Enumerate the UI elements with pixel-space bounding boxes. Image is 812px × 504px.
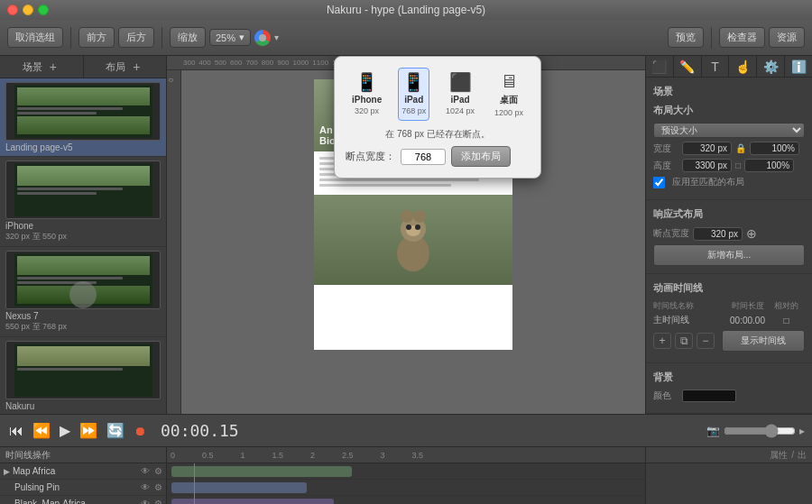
chevron-down-icon2: ▾ <box>274 32 279 42</box>
bp-device-ipad-768[interactable]: 📱 iPad 768 px <box>398 68 429 121</box>
tl-scroll-right-btn[interactable]: ▸ <box>799 425 805 437</box>
track-expand-map-africa[interactable]: ▶ <box>4 467 10 476</box>
rs-bg-section: 背景 颜色 <box>646 363 812 414</box>
rs-width-label: 宽度 <box>653 142 678 155</box>
track-ruler: 0 0.5 1 1.5 2 2.5 3 3.5 <box>167 447 645 463</box>
play-button[interactable]: ▶ <box>58 422 72 439</box>
scenes-tab[interactable]: 场景 + <box>0 56 84 78</box>
scene-thumbnail-iphone <box>5 160 161 219</box>
rs-icon-info[interactable]: ℹ️ <box>785 56 812 77</box>
rs-animation-section: 动画时间线 时间线名称 时间长度 相对的 主时间线 00:00.00 □ + ⧉… <box>646 274 812 363</box>
loop-button[interactable]: 🔄 <box>105 422 126 439</box>
rs-width-input[interactable] <box>682 142 732 155</box>
add-layout-button[interactable]: + <box>129 60 143 74</box>
track-header-label: 时间线操作 <box>0 447 166 463</box>
bp-width-input[interactable] <box>401 149 446 165</box>
step-forward-button[interactable]: ⏩ <box>78 422 99 439</box>
window-title: Nakuru - hype (Landing page-v5) <box>327 4 485 16</box>
right-sidebar: ⬛ ✏️ T ☝️ ⚙️ ℹ️ 场景 布局大小 预设大小 宽度 🔒 高度 <box>645 56 812 414</box>
rs-icon-text[interactable]: T <box>702 56 730 77</box>
minimize-button[interactable] <box>23 5 33 15</box>
rs-bp-input[interactable] <box>693 227 743 241</box>
svg-point-3 <box>413 210 426 223</box>
text-line <box>319 184 451 187</box>
rs-icon-hand[interactable]: ☝️ <box>729 56 757 77</box>
track-eye-pulsing-pin[interactable]: 👁 <box>141 482 150 492</box>
track-bar-map-africa <box>167 463 645 480</box>
track-bar-map-africa-fill <box>171 466 352 477</box>
rs-fit-checkbox[interactable] <box>653 177 665 188</box>
rs-show-tl-btn[interactable]: 显示时间线 <box>722 330 805 352</box>
rs-color-box[interactable] <box>682 389 736 402</box>
scene-item-nexus[interactable]: Nexus 7 550 px 至 768 px <box>0 247 166 337</box>
rs-color-label: 颜色 <box>653 389 678 402</box>
track-item-pulsing-pin[interactable]: Pulsing Pin 👁 ⚙ <box>0 480 166 496</box>
rs-icon-gear[interactable]: ⚙️ <box>757 56 785 77</box>
layouts-tab[interactable]: 布局 + <box>84 56 167 78</box>
scene-item-iphone[interactable]: iPhone 320 px 至 550 px <box>0 157 166 247</box>
zoom-control[interactable]: 25% ▾ <box>209 29 251 46</box>
skip-start-button[interactable]: ⏮ <box>7 423 25 439</box>
rs-tl-dup-btn[interactable]: ⧉ <box>675 333 693 349</box>
timeline-tracks: 时间线操作 ▶ Map Africa 👁 ⚙ Pulsing Pin 👁 ⚙ B… <box>0 447 812 504</box>
scene-item-landing[interactable]: Landing page-v5 <box>0 78 166 157</box>
rs-tl-main-row: 主时间线 00:00.00 □ <box>653 314 805 326</box>
toolbar-separator3 <box>711 27 712 49</box>
track-item-blank-map[interactable]: Blank_Map-Africa 👁 ⚙ <box>0 496 166 504</box>
rs-height-input[interactable] <box>682 159 732 172</box>
time-display: 00:00.15 <box>161 421 239 440</box>
toolbar-separator2 <box>161 27 162 49</box>
breakpoint-popup: 📱 iPhone 320 px 📱 iPad 768 px ⬛ iPad 102… <box>334 56 541 179</box>
track-eye-map-africa[interactable]: 👁 <box>141 466 150 476</box>
bp-device-ipad-1024[interactable]: ⬛ iPad 1024 px <box>442 68 478 121</box>
rs-icon-layers[interactable]: ⬛ <box>646 56 674 77</box>
page-animal-image <box>314 195 512 285</box>
ipad-768-icon: 📱 <box>402 71 425 93</box>
desktop-icon: 🖥 <box>500 71 518 92</box>
chrome-icon <box>254 30 271 46</box>
rs-icon-draw[interactable]: ✏️ <box>674 56 702 77</box>
track-item-map-africa[interactable]: ▶ Map Africa 👁 ⚙ <box>0 463 166 480</box>
inspector-button[interactable]: 检查器 <box>719 27 765 48</box>
ipad-768-px: 768 px <box>401 106 426 115</box>
rs-tl-del-btn[interactable]: − <box>697 333 715 349</box>
ipad-1024-icon: ⬛ <box>449 71 472 93</box>
resources-button[interactable]: 资源 <box>769 27 805 48</box>
rs-tl-header: 时间线名称 时间长度 相对的 <box>653 300 805 312</box>
rs-layout-size-title: 布局大小 <box>653 104 805 117</box>
tl-zoom-slider[interactable] <box>724 424 796 438</box>
maximize-button[interactable] <box>38 5 49 15</box>
rs-tl-time: 00:00.00 <box>729 316 766 325</box>
scene-name-nexus: Nexus 7 550 px 至 768 px <box>5 311 161 333</box>
track-eye-blank-map[interactable]: 👁 <box>141 499 150 504</box>
bp-add-button[interactable]: 添加布局 <box>451 146 511 167</box>
step-back-button[interactable]: ⏪ <box>31 422 52 439</box>
tl-scroll-camera-btn[interactable]: 📷 <box>706 425 720 437</box>
bp-devices: 📱 iPhone 320 px 📱 iPad 768 px ⬛ iPad 102… <box>346 68 530 121</box>
zoom-button[interactable]: 缩放 <box>170 27 206 48</box>
close-button[interactable] <box>7 5 18 15</box>
rs-tl-actions: + ⧉ − 显示时间线 <box>653 330 805 352</box>
rs-fill-input[interactable] <box>744 159 794 172</box>
rs-preset-select[interactable]: 预设大小 <box>653 123 805 138</box>
cancel-group-button[interactable]: 取消选组 <box>7 27 63 48</box>
ipad-1024-label: iPad <box>451 95 470 105</box>
preview-button[interactable]: 预览 <box>668 27 704 48</box>
scene-thumbnail <box>5 82 161 141</box>
rs-height-label: 高度 <box>653 160 678 172</box>
chevron-down-icon: ▾ <box>239 32 245 43</box>
add-scene-button[interactable]: + <box>46 60 60 74</box>
rs-scale-input[interactable] <box>750 142 799 155</box>
desktop-label: 桌面 <box>500 94 518 106</box>
front-button[interactable]: 前方 <box>78 27 115 48</box>
scene-name-nakuru: Nakuru <box>5 401 161 411</box>
scene-item-nakuru[interactable]: Nakuru <box>0 337 166 414</box>
ruler-left: 0 2 4 6 8 10 12 <box>167 70 181 414</box>
bp-device-desktop[interactable]: 🖥 桌面 1200 px <box>491 68 527 121</box>
rs-add-layout-btn[interactable]: 新增布局... <box>653 244 805 266</box>
ipad-768-label: iPad <box>404 95 423 105</box>
bp-device-iphone[interactable]: 📱 iPhone 320 px <box>348 68 385 121</box>
rs-tl-add-btn[interactable]: + <box>653 333 671 349</box>
back-button[interactable]: 后方 <box>118 27 154 48</box>
record-button[interactable]: ⏺ <box>132 424 148 438</box>
